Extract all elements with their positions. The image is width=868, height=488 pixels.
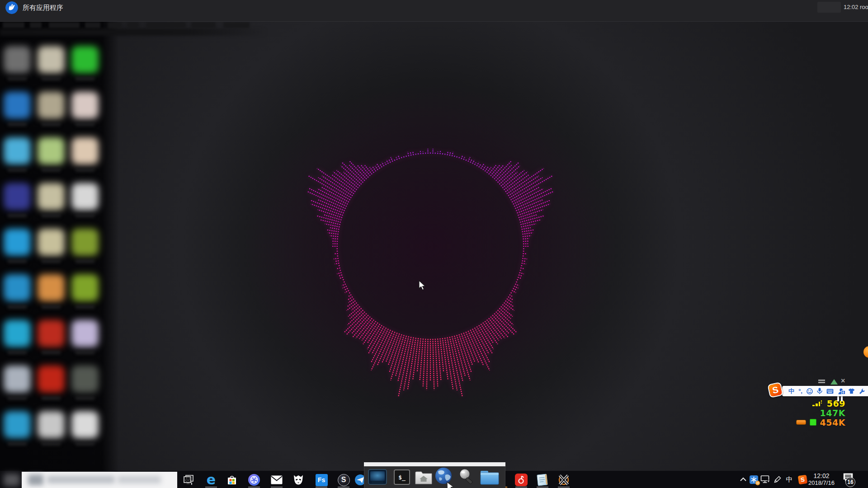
running-indicator: [248, 487, 260, 488]
faststone-icon[interactable]: Fs: [315, 473, 328, 487]
home-folder-icon[interactable]: [413, 467, 434, 487]
dock-titlebar[interactable]: [364, 462, 505, 466]
sidebar-app-icon[interactable]: [3, 92, 32, 133]
s-browser-icon[interactable]: S: [337, 473, 350, 487]
visualizer-glow: [182, 29, 679, 463]
running-indicator: [338, 487, 349, 488]
netease-music-icon[interactable]: [514, 473, 528, 487]
sidebar-app-icon[interactable]: [71, 183, 99, 225]
account-badge: 6: [841, 390, 845, 394]
running-indicator: [515, 487, 527, 488]
signal-level-icon: [812, 400, 823, 407]
soft-keyboard-icon[interactable]: [826, 389, 834, 394]
pointer-on-globe: [447, 482, 453, 488]
network-tray-icon[interactable]: [760, 474, 771, 485]
tray-app-icon[interactable]: [748, 474, 759, 485]
xorg-icon[interactable]: [557, 473, 571, 487]
taskbar-search[interactable]: [22, 472, 177, 488]
dock-panel: $_: [364, 466, 505, 488]
sidebar-app-icon[interactable]: [37, 183, 66, 225]
top-menubar: 所有应用程序 12:02 root: [0, 0, 868, 22]
movies-app-icon[interactable]: [247, 473, 261, 487]
sidebar-app-icon[interactable]: [71, 320, 99, 361]
desktop: 所有应用程序 12:02 root × S 中 °,: [0, 0, 868, 488]
sidebar-app-icon[interactable]: [37, 229, 66, 270]
upload-swatch: [796, 420, 806, 425]
pause-icon: [837, 396, 844, 401]
sogou-logo[interactable]: S: [767, 382, 783, 398]
foobar2000-icon[interactable]: [292, 473, 305, 487]
running-indicator: [316, 487, 327, 488]
sidebar-app-icon[interactable]: [71, 92, 99, 133]
skin-icon[interactable]: [848, 388, 855, 394]
mouse-cursor: [418, 280, 427, 291]
topbar-username: root: [860, 4, 868, 10]
sogou-input-toolbar: 中 °, 6: [782, 386, 868, 396]
download-swatch: [810, 419, 816, 426]
os-logo-icon[interactable]: [5, 1, 18, 14]
tray-expand-chevron[interactable]: [738, 474, 749, 485]
netspeed-widget: 569 147K 454K: [769, 399, 845, 427]
topbar-clock: 12:02: [844, 4, 859, 10]
task-view-button[interactable]: [182, 473, 195, 487]
running-indicator: [537, 487, 548, 488]
sidebar-app-icon[interactable]: [37, 137, 66, 179]
sidebar-app-icon[interactable]: [3, 274, 32, 316]
sidebar-app-icon[interactable]: [71, 46, 99, 88]
sidebar-app-icon[interactable]: [37, 366, 66, 407]
sidebar-app-icon[interactable]: [37, 320, 66, 361]
blurred-region: [817, 2, 841, 13]
start-button[interactable]: [4, 474, 20, 486]
search-tool-icon[interactable]: [457, 467, 477, 487]
sidebar-app-icon[interactable]: [3, 320, 32, 361]
terminal-icon[interactable]: $_: [392, 467, 412, 487]
mail-app-icon[interactable]: [270, 473, 283, 487]
floating-ball[interactable]: [863, 346, 868, 358]
ime-indicator[interactable]: 中: [784, 474, 795, 485]
settings-wrench-icon[interactable]: [859, 388, 865, 394]
netspeed-row: 569: [769, 399, 845, 408]
sidebar-app-icon[interactable]: [71, 229, 99, 270]
sidebar-app-icon[interactable]: [37, 274, 66, 316]
sidebar-app-icon[interactable]: [3, 411, 32, 453]
sidebar-app-icon[interactable]: [71, 137, 99, 179]
notepad-icon[interactable]: [536, 473, 549, 487]
sidebar-app-icon[interactable]: [3, 46, 32, 88]
web-browser-icon[interactable]: [435, 467, 456, 487]
sidebar-app-icon[interactable]: [37, 411, 66, 453]
running-indicator: [558, 487, 570, 488]
sidebar-app-icon[interactable]: [71, 366, 99, 407]
sidebar-app-icon[interactable]: [3, 366, 32, 407]
notification-count-badge: 16: [845, 477, 855, 487]
expand-icon[interactable]: [830, 379, 838, 385]
netspeed-value: 454K: [820, 418, 845, 427]
sogou-tray-icon[interactable]: S: [797, 474, 808, 485]
taskbar-clock[interactable]: 12:02 2018/7/16: [807, 472, 835, 486]
voice-input-icon[interactable]: [817, 388, 822, 394]
menu-icon[interactable]: [818, 380, 825, 381]
account-icon[interactable]: 6: [838, 388, 844, 394]
netspeed-value: 147K: [820, 408, 845, 418]
show-desktop-icon[interactable]: [367, 467, 388, 487]
netspeed-row: 454K: [769, 418, 845, 427]
sidebar-app-icon[interactable]: [3, 229, 32, 270]
emoji-icon[interactable]: [807, 388, 813, 394]
netspeed-row: 147K: [769, 408, 845, 418]
sidebar-app-icon[interactable]: [71, 274, 99, 316]
sidebar-app-icon[interactable]: [37, 92, 66, 133]
file-manager-icon[interactable]: [479, 467, 500, 487]
pen-tray-icon[interactable]: [772, 474, 783, 485]
sidebar-app-icon[interactable]: [3, 137, 32, 179]
running-indicator: [271, 487, 283, 488]
blurred-category-row: [0, 22, 271, 36]
sidebar-app-icon[interactable]: [3, 183, 32, 225]
close-icon[interactable]: ×: [841, 377, 845, 385]
sidebar-app-icon[interactable]: [37, 46, 66, 88]
sidebar-app-icon[interactable]: [71, 411, 99, 453]
sogou-window-controls: ×: [818, 379, 850, 385]
punctuation-toggle[interactable]: °,: [798, 388, 802, 394]
edge-browser-icon[interactable]: e: [204, 473, 218, 487]
all-applications-label[interactable]: 所有应用程序: [23, 4, 63, 12]
ime-mode-toggle[interactable]: 中: [788, 388, 794, 394]
ms-store-icon[interactable]: [225, 473, 239, 487]
